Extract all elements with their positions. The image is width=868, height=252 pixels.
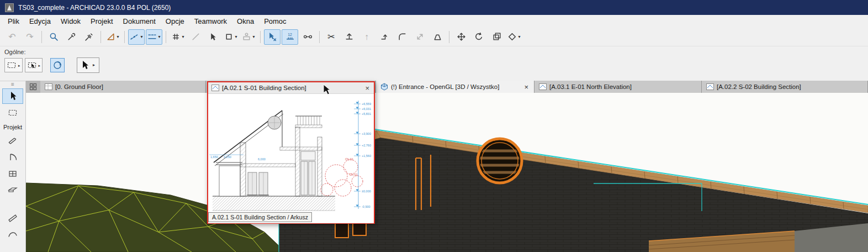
menu-item[interactable]: Widok bbox=[56, 15, 86, 28]
snap-division-toggle[interactable]: 12 bbox=[282, 29, 298, 45]
division-ruler-icon: 12 bbox=[285, 32, 295, 41]
guide-lines-button[interactable]: ▾ bbox=[104, 29, 121, 45]
eyedropper-icon bbox=[67, 32, 76, 41]
door-icon bbox=[8, 152, 18, 162]
separator bbox=[41, 31, 42, 43]
marquee-options-button[interactable]: ▸ bbox=[4, 58, 23, 72]
separator bbox=[100, 31, 101, 43]
round-window bbox=[478, 139, 522, 183]
menu-item[interactable]: Opcje bbox=[161, 15, 189, 28]
chevron-down-icon: ▾ bbox=[140, 35, 142, 39]
chevron-down-icon: ▾ bbox=[158, 35, 160, 39]
window-tool[interactable] bbox=[2, 166, 23, 181]
intersect-button[interactable] bbox=[376, 29, 393, 45]
parameter-pickup-button[interactable] bbox=[63, 29, 80, 45]
mouse-cursor bbox=[323, 84, 331, 96]
chevron-right-icon: ▸ bbox=[18, 64, 20, 67]
close-icon[interactable]: × bbox=[364, 84, 371, 92]
tab-label: (!) Entrance - OpenGL [3D / Wszystko] bbox=[391, 83, 499, 90]
toolbox-group-label: Projekt bbox=[3, 124, 22, 130]
infobox-options: ▸ ▸ ▸ bbox=[4, 57, 99, 73]
wall-tool[interactable] bbox=[2, 133, 23, 148]
move-button[interactable] bbox=[453, 29, 469, 45]
door-tool[interactable] bbox=[2, 149, 23, 165]
cursor-icon bbox=[209, 32, 218, 41]
rotate-button[interactable] bbox=[470, 29, 487, 45]
multiply-button[interactable] bbox=[488, 29, 505, 45]
snap-distance-button[interactable] bbox=[299, 29, 316, 45]
menu-item[interactable]: Edycja bbox=[24, 15, 56, 28]
archicad-window: TS03_complete - ARCHICAD 23.0.0 B4 POL (… bbox=[0, 0, 868, 252]
tab-ground-floor[interactable]: [0. Ground Floor] bbox=[40, 81, 206, 93]
select-tool[interactable] bbox=[2, 88, 23, 104]
grid-snap-button[interactable]: ▾ bbox=[170, 29, 186, 45]
fillet-arc-icon bbox=[398, 32, 407, 41]
eraser-button[interactable]: ▾ bbox=[506, 29, 522, 45]
drawing-sheet-icon bbox=[706, 83, 714, 90]
skew-grid-button[interactable] bbox=[187, 29, 204, 45]
window-icon bbox=[8, 169, 18, 179]
select-mode-button[interactable]: ▸ bbox=[77, 57, 99, 73]
tab-3d-entrance[interactable]: (!) Entrance - OpenGL [3D / Wszystko] × bbox=[376, 81, 534, 93]
menu-item[interactable]: Projekt bbox=[86, 15, 118, 28]
snap-point-toggle[interactable] bbox=[264, 29, 280, 45]
zoom-optimal-button[interactable] bbox=[45, 29, 62, 45]
marquee-tool[interactable] bbox=[2, 105, 23, 120]
fillet-button[interactable] bbox=[394, 29, 410, 45]
quad-view-button[interactable] bbox=[26, 81, 40, 93]
close-icon[interactable]: × bbox=[523, 83, 530, 91]
stretch-button[interactable] bbox=[429, 29, 446, 45]
parameter-inject-button[interactable] bbox=[81, 29, 97, 45]
menu-item[interactable]: Teamwork bbox=[189, 15, 232, 28]
stacked-squares-icon bbox=[492, 32, 501, 41]
guide-segment-toggle[interactable]: ▾ bbox=[128, 29, 145, 45]
menu-item[interactable]: Okna bbox=[232, 15, 259, 28]
resize-icon bbox=[415, 32, 425, 41]
one-two-label: 12 bbox=[288, 33, 292, 36]
resize-button[interactable] bbox=[411, 29, 428, 45]
floor-plan-icon bbox=[45, 83, 52, 90]
window-title: TS03_complete - ARCHICAD 23.0.0 B4 POL (… bbox=[18, 4, 171, 12]
diamond-icon bbox=[507, 32, 517, 41]
wall-icon bbox=[8, 135, 18, 145]
undo-button[interactable]: ↶ bbox=[4, 29, 20, 45]
adjust-button[interactable]: ↑ bbox=[358, 29, 375, 45]
orbit-icon bbox=[52, 60, 62, 70]
revision-clouds bbox=[321, 160, 363, 196]
redo-button[interactable]: ↷ bbox=[22, 29, 38, 45]
marquee-cursor-button[interactable]: ▸ bbox=[25, 58, 43, 72]
dim-label: 6,000 bbox=[258, 158, 266, 161]
tab-north-elevation[interactable]: [A.03.1 E-01 North Elevation] bbox=[534, 81, 702, 93]
tab-section-s02[interactable]: [A.02.2 S-02 Building Section] bbox=[702, 81, 868, 93]
syringe-icon bbox=[84, 32, 94, 41]
tab-label: [A.03.1 E-01 North Elevation] bbox=[549, 83, 632, 90]
level-label: -0,900 bbox=[362, 205, 371, 208]
element-gravity-button[interactable]: ▾ bbox=[240, 29, 257, 45]
section-drawing bbox=[213, 111, 335, 211]
menu-item[interactable]: Plik bbox=[3, 15, 24, 28]
level-label: +3,900 bbox=[362, 132, 371, 135]
preview-popup[interactable]: [A.02.1 S-01 Building Section] × bbox=[207, 81, 375, 224]
preview-title: [A.02.1 S-01 Building Section] bbox=[222, 85, 306, 91]
undo-icon: ↶ bbox=[8, 33, 15, 41]
orbit-button[interactable] bbox=[50, 58, 65, 72]
menu-item[interactable]: Dokument bbox=[118, 15, 161, 28]
trim-button[interactable] bbox=[341, 29, 357, 45]
separator bbox=[449, 31, 449, 43]
preview-drawing-area[interactable]: Ch-01 Ch-01 +6,559 +6,031 +5,831 +3,900 … bbox=[208, 94, 374, 223]
chevron-down-icon: ▾ bbox=[117, 35, 119, 39]
grip-icon[interactable]: ≡ bbox=[11, 81, 14, 88]
dumbbell-icon bbox=[303, 32, 313, 41]
gravity-button[interactable]: ▾ bbox=[223, 29, 239, 45]
roof-tool[interactable] bbox=[2, 210, 23, 225]
snap-reference-toggle[interactable]: ▾ bbox=[146, 29, 162, 45]
slab-tool[interactable] bbox=[2, 182, 23, 198]
menu-item[interactable]: Pomoc bbox=[259, 15, 291, 28]
corner-icon bbox=[380, 32, 389, 41]
level-label: +1,560 bbox=[362, 154, 371, 158]
viewport-3d[interactable] bbox=[26, 93, 868, 252]
chevron-down-icon: ▾ bbox=[252, 35, 255, 39]
split-button[interactable]: ✂ bbox=[323, 29, 340, 45]
cursor-snap-button[interactable] bbox=[205, 29, 221, 45]
shell-tool[interactable] bbox=[2, 227, 23, 242]
